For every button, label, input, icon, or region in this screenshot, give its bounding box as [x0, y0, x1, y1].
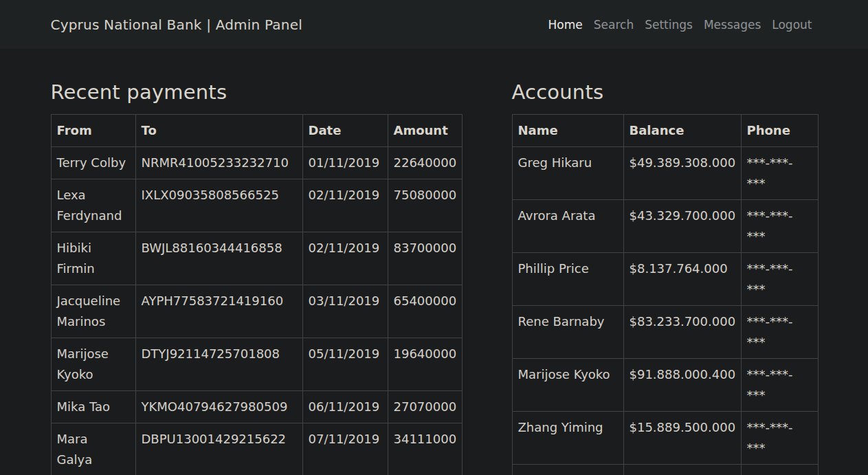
recent-payments-section: Recent payments From To Date Amount Terr…	[51, 80, 462, 475]
payments-header-row: From To Date Amount	[51, 115, 462, 147]
table-row: Marijose Kyoko $91.888.000.400 ***-***- …	[512, 359, 818, 412]
payment-date-cell: 01/11/2019	[302, 147, 388, 179]
payments-title: Recent payments	[51, 80, 462, 104]
payment-date-cell: 02/11/2019	[302, 232, 388, 285]
payment-amount-cell: 27070000	[388, 391, 462, 423]
payment-to-cell: AYPH77583721419160	[135, 285, 302, 338]
payment-to-cell: DTYJ92114725701808	[135, 338, 302, 391]
account-phone-cell: ***-***- ***	[741, 412, 818, 465]
accounts-col-phone: Phone	[741, 115, 818, 147]
payment-from-cell: Mara Galya	[51, 423, 135, 475]
nav-link-home[interactable]: Home	[543, 12, 588, 37]
accounts-col-balance: Balance	[623, 115, 741, 147]
account-phone-cell	[741, 465, 818, 475]
table-row: Hibiki Firmin BWJL88160344416858 02/11/2…	[51, 232, 462, 285]
brand-title[interactable]: Cyprus National Bank | Admin Panel	[51, 16, 302, 33]
payment-from-cell: Marijose Kyoko	[51, 338, 135, 391]
account-name-cell: Avrora Arata	[512, 200, 623, 253]
payment-amount-cell: 19640000	[388, 338, 462, 391]
accounts-table: Name Balance Phone Greg Hikaru $49.389.3…	[512, 114, 819, 475]
payment-amount-cell: 65400000	[388, 285, 462, 338]
account-balance-cell: $83.233.700.000	[623, 306, 741, 359]
content-area: Recent payments From To Date Amount Terr…	[43, 49, 826, 475]
payment-date-cell: 07/11/2019	[302, 423, 388, 475]
account-name-cell: Marijose Kyoko	[512, 359, 623, 412]
nav-link-search[interactable]: Search	[588, 12, 639, 37]
account-name-cell	[512, 465, 623, 475]
table-row: Zhang Yiming $15.889.500.000 ***-***- **…	[512, 412, 818, 465]
nav-link-settings[interactable]: Settings	[639, 12, 698, 37]
payment-amount-cell: 34111000	[388, 423, 462, 475]
payment-from-cell: Jacqueline Marinos	[51, 285, 135, 338]
account-phone-cell: ***-***- ***	[741, 200, 818, 253]
accounts-col-name: Name	[512, 115, 623, 147]
payments-col-to: To	[135, 115, 302, 147]
table-row: Phillip Price $8.137.764.000 ***-***- **…	[512, 253, 818, 306]
payment-from-cell: Lexa Ferdynand	[51, 179, 135, 232]
nav-link-logout[interactable]: Logout	[766, 12, 817, 37]
table-row: Jacqueline Marinos AYPH77583721419160 03…	[51, 285, 462, 338]
payments-table: From To Date Amount Terry Colby NRMR4100…	[51, 114, 463, 475]
payment-date-cell: 02/11/2019	[302, 179, 388, 232]
accounts-title: Accounts	[512, 80, 818, 104]
account-phone-cell: ***-***- ***	[741, 147, 818, 200]
account-balance-cell: $49.389.308.000	[623, 147, 741, 200]
payment-to-cell: BWJL88160344416858	[135, 232, 302, 285]
payment-to-cell: NRMR41005233232710	[135, 147, 302, 179]
account-balance-cell: $43.329.700.000	[623, 200, 741, 253]
payment-from-cell: Hibiki Firmin	[51, 232, 135, 285]
payment-from-cell: Terry Colby	[51, 147, 135, 179]
payments-col-date: Date	[302, 115, 388, 147]
account-phone-cell: ***-***- ***	[741, 359, 818, 412]
table-row	[512, 465, 818, 475]
table-row: Rene Barnaby $83.233.700.000 ***-***- **…	[512, 306, 818, 359]
navbar-container: Cyprus National Bank | Admin Panel Home …	[43, 12, 826, 37]
account-name-cell: Zhang Yiming	[512, 412, 623, 465]
payment-amount-cell: 83700000	[388, 232, 462, 285]
payments-col-amount: Amount	[388, 115, 462, 147]
account-balance-cell: $91.888.000.400	[623, 359, 741, 412]
account-balance-cell: $8.137.764.000	[623, 253, 741, 306]
table-row: Avrora Arata $43.329.700.000 ***-***- **…	[512, 200, 818, 253]
nav-link-messages[interactable]: Messages	[698, 12, 766, 37]
account-phone-cell: ***-***- ***	[741, 253, 818, 306]
payment-amount-cell: 75080000	[388, 179, 462, 232]
table-row: Mara Galya DBPU13001429215622 07/11/2019…	[51, 423, 462, 475]
account-name-cell: Phillip Price	[512, 253, 623, 306]
payment-date-cell: 05/11/2019	[302, 338, 388, 391]
account-balance-cell: $15.889.500.000	[623, 412, 741, 465]
table-row: Lexa Ferdynand IXLX09035808566525 02/11/…	[51, 179, 462, 232]
payment-to-cell: IXLX09035808566525	[135, 179, 302, 232]
payment-date-cell: 03/11/2019	[302, 285, 388, 338]
table-row: Terry Colby NRMR41005233232710 01/11/201…	[51, 147, 462, 179]
payment-amount-cell: 22640000	[388, 147, 462, 179]
payments-col-from: From	[51, 115, 135, 147]
account-name-cell: Rene Barnaby	[512, 306, 623, 359]
accounts-header-row: Name Balance Phone	[512, 115, 818, 147]
account-balance-cell	[623, 465, 741, 475]
accounts-section: Accounts Name Balance Phone Greg Hikaru …	[512, 80, 818, 475]
main-nav: Home Search Settings Messages Logout	[543, 12, 818, 37]
table-row: Marijose Kyoko DTYJ92114725701808 05/11/…	[51, 338, 462, 391]
table-row: Mika Tao YKMO40794627980509 06/11/2019 2…	[51, 391, 462, 423]
table-row: Greg Hikaru $49.389.308.000 ***-***- ***	[512, 147, 818, 200]
payment-to-cell: YKMO40794627980509	[135, 391, 302, 423]
top-navbar: Cyprus National Bank | Admin Panel Home …	[0, 0, 868, 49]
account-name-cell: Greg Hikaru	[512, 147, 623, 200]
payment-date-cell: 06/11/2019	[302, 391, 388, 423]
payment-to-cell: DBPU13001429215622	[135, 423, 302, 475]
payment-from-cell: Mika Tao	[51, 391, 135, 423]
account-phone-cell: ***-***- ***	[741, 306, 818, 359]
